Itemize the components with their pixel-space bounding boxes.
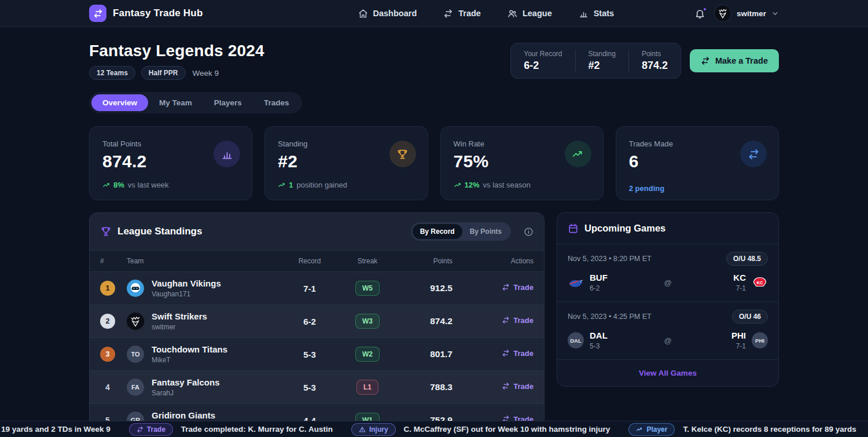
bills-logo-icon [568, 274, 584, 291]
trade-label: Trade [513, 283, 534, 292]
points-value: 874.2 [642, 60, 668, 72]
over-under-badge: O/U 48.5 [726, 252, 768, 266]
stat-note: vs last week [128, 181, 169, 189]
team-record: 5-3 [282, 350, 337, 359]
col-header-record: Record [282, 257, 337, 265]
notifications-button[interactable] [694, 8, 705, 19]
ticker-item: 19 yards and 2 TDs in Week 9 [1, 425, 111, 434]
col-header-streak: Streak [337, 257, 398, 265]
team-name: Touchdown Titans [152, 344, 227, 354]
swap-icon [443, 9, 453, 19]
tab-my-team[interactable]: My Team [148, 94, 203, 111]
brand-name: Fantasy Trade Hub [113, 8, 203, 19]
pending-trades-note: 2 pending [629, 184, 766, 193]
standings-column-headers: # Team Record Streak Points Actions [90, 250, 544, 272]
row-trade-button[interactable]: Trade [502, 382, 534, 391]
view-all-games-link[interactable]: View All Games [557, 359, 778, 386]
rank-badge: 4 [100, 380, 115, 395]
game-datetime: Nov 5, 2023 • 8:20 PM ET [568, 255, 652, 263]
swap-icon [701, 56, 710, 65]
nav-menu: Dashboard Trade League Stats [358, 9, 615, 19]
streak-badge: W5 [355, 281, 380, 296]
team-owner: MikeT [152, 356, 227, 364]
stat-delta: 8% [113, 181, 124, 189]
swap-icon [502, 382, 510, 390]
team-record: 5-3 [282, 383, 337, 392]
away-team-record: 6-2 [590, 284, 608, 292]
team-record: 6-2 [282, 317, 337, 326]
trend-up-icon [565, 141, 591, 167]
team-owner: Vaughan171 [152, 290, 221, 298]
home-team-record: 7-1 [733, 284, 746, 292]
app-logo-swap-icon [89, 5, 106, 22]
badge-label: Trade [147, 425, 165, 434]
streak-badge: W3 [355, 314, 380, 329]
nav-item-league[interactable]: League [507, 9, 552, 19]
nav-label: League [523, 9, 552, 18]
away-team-record: 5-3 [590, 342, 608, 350]
stat-note: position gained [296, 181, 347, 189]
table-row: 4 FA Fantasy Falcons SarahJ 5-3 L1 788.3… [90, 371, 544, 404]
badge-label: Injury [369, 425, 388, 434]
nav-item-trade[interactable]: Trade [443, 9, 481, 19]
ticker-item: Player T. Kelce (KC) records 8 reception… [628, 423, 856, 436]
team-name: Gridiron Giants [152, 410, 215, 420]
upcoming-games-title: Upcoming Games [584, 223, 665, 234]
game-card: Nov 5, 2023 • 8:20 PM ET O/U 48.5 BUF 6-… [557, 244, 778, 302]
team-name: Swift Strikers [152, 311, 207, 321]
make-a-trade-button[interactable]: Make a Trade [690, 49, 779, 72]
teams-count-badge: 12 Teams [89, 66, 135, 80]
tab-overview[interactable]: Overview [91, 94, 148, 111]
team-points: 801.7 [398, 349, 453, 359]
bar-chart-icon [214, 141, 240, 167]
toggle-by-record[interactable]: By Record [413, 224, 462, 239]
ticker-item: Trade Trade completed: K. Murray for C. … [129, 423, 333, 436]
ticker-text: Trade completed: K. Murray for C. Austin [181, 425, 333, 434]
tab-players[interactable]: Players [203, 94, 253, 111]
user-avatar [714, 5, 731, 22]
row-trade-button[interactable]: Trade [502, 349, 534, 358]
user-name: switmer [737, 9, 766, 18]
nav-label: Dashboard [373, 9, 417, 18]
trade-label: Trade [513, 316, 534, 325]
badge-label: Player [646, 425, 667, 434]
tab-trades[interactable]: Trades [253, 94, 300, 111]
at-symbol: @ [643, 278, 693, 287]
record-summary-card: Your Record 6-2 Standing #2 Points 874.2 [510, 43, 681, 79]
brand[interactable]: Fantasy Trade Hub [89, 5, 203, 22]
team-record: 7-1 [282, 284, 337, 293]
stat-delta: 1 [289, 181, 293, 189]
trade-label: Trade [513, 382, 534, 391]
trend-up-icon [454, 181, 462, 189]
your-record-label: Your Record [524, 50, 562, 58]
toggle-by-points[interactable]: By Points [462, 224, 509, 239]
ticker-text: C. McCaffrey (SF) out for Week 10 with h… [404, 425, 610, 434]
trophy-icon [389, 141, 416, 167]
view-tabs: Overview My Team Players Trades [89, 92, 302, 113]
rank-badge: 3 [100, 347, 115, 362]
game-datetime: Nov 5, 2023 • 4:25 PM ET [568, 313, 652, 321]
standings-sort-toggle: By Record By Points [411, 222, 511, 241]
team-avatar: FA [127, 379, 144, 396]
swap-icon [502, 283, 510, 291]
user-menu[interactable]: switmer [714, 5, 779, 22]
info-icon[interactable] [524, 227, 534, 237]
stat-card-standing: Standing #2 1 position gained [264, 126, 428, 200]
chiefs-logo-icon: KC [752, 274, 768, 291]
nav-label: Trade [458, 9, 481, 18]
table-row: 1 Vaughan Vikings Vaughan171 7-1 W5 912.… [90, 272, 544, 305]
row-trade-button[interactable]: Trade [502, 283, 534, 292]
standing-value: #2 [589, 60, 616, 72]
league-standings-panel: League Standings By Record By Points # T… [89, 212, 545, 437]
nav-item-stats[interactable]: Stats [579, 9, 614, 19]
team-avatar [127, 313, 144, 330]
trend-up-icon [636, 426, 643, 433]
row-trade-button[interactable]: Trade [502, 316, 534, 325]
bar-chart-icon [579, 9, 589, 19]
team-name: Vaughan Vikings [152, 278, 221, 288]
upcoming-games-panel: Upcoming Games Nov 5, 2023 • 8:20 PM ET … [557, 212, 779, 387]
nav-item-dashboard[interactable]: Dashboard [358, 9, 417, 19]
col-header-points: Points [398, 257, 453, 265]
swap-icon [502, 316, 510, 324]
team-owner: switmer [152, 323, 207, 331]
